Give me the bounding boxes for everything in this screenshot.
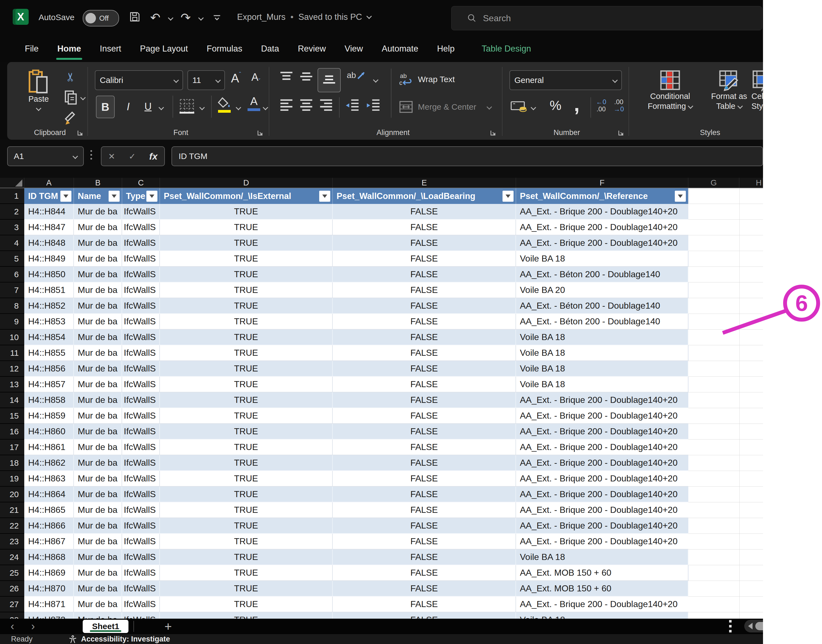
cell-id-tgm[interactable]: H4::H859 — [24, 408, 74, 424]
cell-id-tgm[interactable]: H4::H857 — [24, 377, 74, 393]
row-number[interactable]: 21 — [0, 502, 24, 518]
cell-type[interactable]: IfcWallS — [122, 596, 160, 612]
cell-reference[interactable]: Voile BA 18 — [516, 549, 688, 565]
cell-empty-g[interactable] — [688, 188, 739, 204]
cell-id-tgm[interactable]: H4::H848 — [24, 235, 74, 251]
filter-button[interactable] — [319, 191, 330, 202]
cell-empty-g[interactable] — [688, 251, 739, 267]
row-number[interactable]: 14 — [0, 393, 24, 408]
cell-name[interactable]: Mur de ba — [74, 440, 122, 455]
cell-name[interactable]: Mur de ba — [74, 534, 122, 549]
header-type[interactable]: Type — [122, 188, 160, 204]
cell-type[interactable]: IfcWallS — [122, 534, 160, 549]
cell-loadbearing[interactable]: FALSE — [333, 518, 516, 534]
cell-empty-g[interactable] — [688, 219, 739, 235]
row-number[interactable]: 6 — [0, 267, 24, 282]
cell-id-tgm[interactable]: H4::H856 — [24, 361, 74, 377]
cell-empty-g[interactable] — [688, 345, 739, 361]
tab-file[interactable]: File — [15, 35, 48, 62]
cell-id-tgm[interactable]: H4::H867 — [24, 534, 74, 549]
undo-button[interactable]: ↶ — [150, 11, 160, 25]
cell-loadbearing[interactable]: FALSE — [333, 219, 516, 235]
cell-name[interactable]: Mur de ba — [74, 282, 122, 298]
cell-empty-h[interactable] — [739, 251, 763, 267]
cell-empty-h[interactable] — [739, 408, 763, 424]
cell-empty-g[interactable] — [688, 408, 739, 424]
save-icon[interactable] — [129, 11, 141, 24]
number-format-select[interactable]: General — [509, 70, 622, 90]
format-as-table-button[interactable]: Format as Table — [703, 69, 755, 111]
cell-type[interactable]: IfcWallS — [122, 282, 160, 298]
cell-empty-g[interactable] — [688, 581, 739, 596]
cell-reference[interactable]: AA_Ext. - Brique 200 - Doublage140+20 — [516, 455, 688, 471]
increase-decimal-button[interactable]: ←0.00 — [596, 98, 606, 113]
cell-name[interactable]: Mur de ba — [74, 596, 122, 612]
cell-name[interactable]: Mur de ba — [74, 361, 122, 377]
row-number[interactable]: 28 — [0, 612, 24, 619]
cell-empty-h[interactable] — [739, 612, 763, 619]
row-number[interactable]: 5 — [0, 251, 24, 267]
paste-button[interactable]: Paste — [19, 69, 58, 110]
cell-isexternal[interactable]: TRUE — [160, 408, 333, 424]
cell-type[interactable]: IfcWallS — [122, 565, 160, 581]
cell-loadbearing[interactable]: FALSE — [333, 361, 516, 377]
cell-isexternal[interactable]: TRUE — [160, 282, 333, 298]
cell-name[interactable]: Mur de ba — [74, 581, 122, 596]
cell-loadbearing[interactable]: FALSE — [333, 377, 516, 393]
cell-id-tgm[interactable]: H4::H861 — [24, 440, 74, 455]
redo-button[interactable]: ↷ — [181, 11, 191, 25]
cell-reference[interactable]: AA_Ext. - Brique 200 - Doublage140+20 — [516, 502, 688, 518]
cell-empty-g[interactable] — [688, 455, 739, 471]
cell-id-tgm[interactable]: H4::H858 — [24, 393, 74, 408]
increase-font-button[interactable]: Aˆ — [231, 71, 241, 85]
cell-empty-g[interactable] — [688, 549, 739, 565]
cell-name[interactable]: Mur de ba — [74, 251, 122, 267]
cell-loadbearing[interactable]: FALSE — [333, 267, 516, 282]
cell-empty-g[interactable] — [688, 565, 739, 581]
cell-isexternal[interactable]: TRUE — [160, 549, 333, 565]
cell-reference[interactable]: AA_Ext. - Brique 200 - Doublage140+20 — [516, 219, 688, 235]
cell-isexternal[interactable]: TRUE — [160, 251, 333, 267]
cell-name[interactable]: Mur de ba — [74, 424, 122, 440]
merge-center-button[interactable]: Merge & Center — [399, 100, 491, 114]
cell-name[interactable]: Mur de ba — [74, 408, 122, 424]
cell-empty-h[interactable] — [739, 204, 763, 219]
font-name-select[interactable]: Calibri — [95, 70, 183, 90]
cell-reference[interactable]: Voile BA 18 — [516, 345, 688, 361]
cell-reference[interactable]: AA_Ext. - Brique 200 - Doublage140+20 — [516, 235, 688, 251]
row-number[interactable]: 3 — [0, 219, 24, 235]
cell-loadbearing[interactable]: FALSE — [333, 314, 516, 330]
cell-empty-h[interactable] — [739, 487, 763, 502]
cell-loadbearing[interactable]: FALSE — [333, 549, 516, 565]
cell-isexternal[interactable]: TRUE — [160, 298, 333, 314]
cell-id-tgm[interactable]: H4::H871 — [24, 596, 74, 612]
row-number[interactable]: 9 — [0, 314, 24, 330]
cell-id-tgm[interactable]: H4::H847 — [24, 219, 74, 235]
column-header-a[interactable]: A — [24, 178, 74, 188]
comma-style-button[interactable]: , — [574, 92, 580, 116]
cell-type[interactable]: IfcWallS — [122, 502, 160, 518]
cell-loadbearing[interactable]: FALSE — [333, 581, 516, 596]
cell-name[interactable]: Mur de ba — [74, 549, 122, 565]
cell-loadbearing[interactable]: FALSE — [333, 282, 516, 298]
row-number[interactable]: 20 — [0, 487, 24, 502]
cell-loadbearing[interactable]: FALSE — [333, 408, 516, 424]
row-number[interactable]: 11 — [0, 345, 24, 361]
cell-empty-g[interactable] — [688, 235, 739, 251]
cell-empty-h[interactable] — [739, 188, 763, 204]
alignment-dialog-launcher[interactable] — [489, 129, 497, 136]
scrollbar-thumb[interactable] — [755, 622, 763, 630]
cell-loadbearing[interactable]: FALSE — [333, 204, 516, 219]
cell-loadbearing[interactable]: FALSE — [333, 330, 516, 345]
cell-reference[interactable]: AA_Ext. - Brique 200 - Doublage140+20 — [516, 204, 688, 219]
cell-type[interactable]: IfcWallS — [122, 393, 160, 408]
cell-loadbearing[interactable]: FALSE — [333, 298, 516, 314]
header-isexternal[interactable]: Pset_WallCommon/_\IsExternal — [160, 188, 333, 204]
cell-empty-g[interactable] — [688, 440, 739, 455]
font-dialog-launcher[interactable] — [257, 129, 264, 136]
cell-reference[interactable]: Voile BA 18 — [516, 612, 688, 619]
cell-loadbearing[interactable]: FALSE — [333, 440, 516, 455]
cell-id-tgm[interactable]: H4::H849 — [24, 251, 74, 267]
cell-name[interactable]: Mur de ba — [74, 267, 122, 282]
cell-empty-h[interactable] — [739, 440, 763, 455]
